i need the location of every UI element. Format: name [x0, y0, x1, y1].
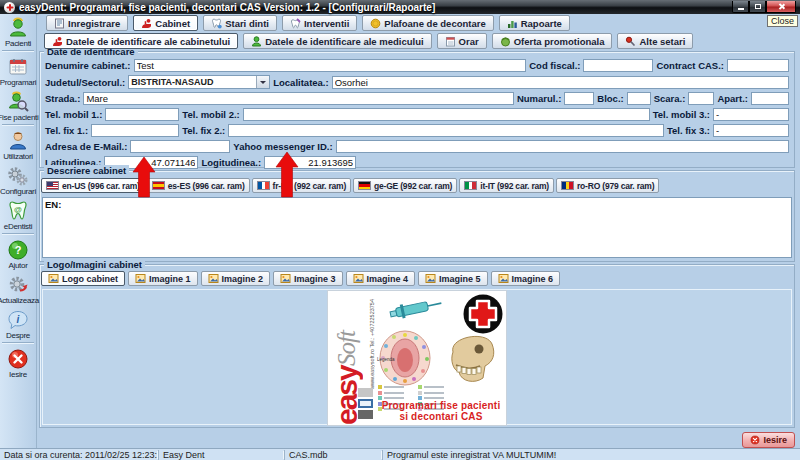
help-icon: ? — [7, 239, 29, 261]
sidebar-item-edentisti[interactable]: @ eDentisti — [0, 197, 36, 232]
localitate-input[interactable] — [332, 76, 789, 89]
cod-fiscal-label: Cod fiscal.: — [529, 60, 580, 71]
form-row-county: Judetul/Sectorul.: BISTRITA-NASAUD Local… — [45, 75, 789, 89]
tab-imagine-4[interactable]: Imagine 4 — [346, 271, 416, 286]
gallery-tab-bar: Logo cabinet Imagine 1 Imagine 2 Imagine… — [41, 271, 560, 286]
scara-label: Scara.: — [654, 93, 686, 104]
longitudine-label: Logitudinea.: — [201, 157, 261, 168]
contract-cas-input[interactable] — [727, 59, 789, 72]
identification-group: Date de identificare Denumire cabinet.: … — [39, 51, 795, 168]
tel-mobil1-label: Tel. mobil 1.: — [45, 109, 102, 120]
judet-value: BISTRITA-NASAUD — [131, 77, 213, 87]
dental-chair-icon — [52, 36, 63, 47]
close-button[interactable] — [766, 1, 796, 13]
tab-date-medic[interactable]: Datele de identificare ale medicului — [243, 33, 431, 49]
window-title: easyDent: Programari, fise pacienti, dec… — [19, 2, 435, 13]
tel-mobil3-input[interactable] — [713, 108, 789, 121]
form-row-coords: Latitudinea.: Logitudinea.: — [45, 156, 789, 169]
main-content: Inregistrare Cabinet Stari dinti Interve… — [37, 14, 800, 448]
strada-input[interactable] — [83, 92, 514, 105]
yahoo-input[interactable] — [336, 140, 789, 153]
tab-imagine-3[interactable]: Imagine 3 — [273, 271, 343, 286]
form-row-street: Strada.: Numarul.: Bloc.: Scara.: Apart.… — [45, 92, 789, 105]
tab-inregistrare[interactable]: Inregistrare — [46, 15, 128, 31]
lang-tab-ge-ge[interactable]: ge-GE (992 car. ram) — [353, 178, 457, 193]
exit-button[interactable]: Iesire — [742, 432, 795, 448]
sidebar-item-iesire[interactable]: Iesire — [0, 345, 36, 380]
judet-label: Judetul/Sectorul.: — [45, 77, 125, 88]
tab-plafoane[interactable]: Plafoane de decontare — [362, 15, 493, 31]
lang-tab-it-it[interactable]: it-IT (992 car. ram) — [459, 178, 554, 193]
form-row-mobile: Tel. mobil 1.: Tel. mobil 2.: Tel. mobil… — [45, 108, 789, 121]
svg-text:?: ? — [15, 244, 22, 256]
tel-fix1-input[interactable] — [91, 124, 179, 137]
window-controls — [732, 1, 796, 13]
sidebar-item-programari[interactable]: Programari — [0, 53, 36, 88]
sidebar-item-configurari[interactable]: Configurari — [0, 162, 36, 197]
bloc-input[interactable] — [627, 92, 651, 105]
sidebar-item-pacienti[interactable]: Pacienti — [0, 14, 36, 49]
description-textarea[interactable]: EN: — [42, 197, 792, 258]
lang-tab-es-es[interactable]: es-ES (996 car. ram) — [147, 178, 250, 193]
longitudine-input[interactable] — [264, 156, 356, 169]
title-bar: easyDent: Programari, fise pacienti, dec… — [0, 0, 800, 14]
email-label: Adresa de E-Mail.: — [45, 141, 127, 152]
close-tooltip: Close — [767, 15, 798, 27]
maximize-button[interactable] — [749, 1, 766, 13]
tab-cabinet[interactable]: Cabinet — [133, 15, 198, 31]
yahoo-label: Yahoo messenger ID.: — [233, 141, 332, 152]
tel-mobil1-input[interactable] — [105, 108, 179, 121]
tab-oferta[interactable]: Oferta promotionala — [492, 33, 613, 49]
patient-search-icon — [7, 91, 29, 113]
lang-tab-ro-ro[interactable]: ro-RO (979 car. ram) — [556, 178, 659, 193]
tab-date-cabinet[interactable]: Datele de identificare ale cabinetului — [44, 33, 238, 49]
sidebar-item-fise-pacienti[interactable]: Fise pacienti — [0, 88, 36, 123]
pushpin-icon — [625, 36, 636, 47]
description-group: Descriere cabinet en-US (996 car. ram) e… — [39, 170, 795, 262]
tab-imagine-5[interactable]: Imagine 5 — [418, 271, 488, 286]
minimize-button[interactable] — [732, 1, 749, 13]
tab-stari-dinti[interactable]: Stari dinti — [203, 15, 277, 31]
minimize-icon — [738, 8, 744, 10]
judet-select[interactable]: BISTRITA-NASAUD — [128, 75, 270, 89]
cod-fiscal-input[interactable] — [583, 59, 653, 72]
bar-chart-icon — [507, 18, 518, 29]
tel-fix3-input[interactable] — [713, 124, 789, 137]
svg-text:@: @ — [14, 205, 22, 214]
tab-imagine-6[interactable]: Imagine 6 — [491, 271, 561, 286]
status-bar: Data si ora curenta: 2011/02/25 12:23:50… — [0, 448, 800, 460]
tab-rapoarte[interactable]: Rapoarte — [499, 15, 570, 31]
tel-fix2-label: Tel. fix 2.: — [182, 125, 225, 136]
main-tab-bar: Inregistrare Cabinet Stari dinti Interve… — [46, 15, 570, 31]
sidebar-item-actualizeaza[interactable]: Actualizeaza — [0, 271, 36, 306]
status-datetime: Data si ora curenta: 2011/02/25 12:23:50 — [0, 450, 158, 460]
tooth-drill-icon — [290, 18, 301, 29]
sidebar-item-despre[interactable]: i Despre — [0, 306, 36, 341]
gallery-group: Logo/Imagini cabinet Logo cabinet Imagin… — [39, 264, 795, 428]
tel-fix2-input[interactable] — [228, 124, 664, 137]
svg-text:i: i — [17, 314, 20, 325]
picture-icon — [280, 273, 291, 284]
sidebar-item-utilizatori[interactable]: Utilizatori — [0, 127, 36, 162]
coin-icon — [370, 18, 381, 29]
tab-imagine-1[interactable]: Imagine 1 — [128, 271, 198, 286]
sidebar-item-ajutor[interactable]: ? Ajutor — [0, 236, 36, 271]
numarul-input[interactable] — [564, 92, 594, 105]
scara-input[interactable] — [688, 92, 714, 105]
tab-alte-setari[interactable]: Alte setari — [617, 33, 693, 49]
tab-orar[interactable]: Orar — [437, 33, 487, 49]
denumire-input[interactable] — [134, 59, 527, 72]
tab-imagine-2[interactable]: Imagine 2 — [201, 271, 271, 286]
lang-tab-fr-fr[interactable]: fr-FR (992 car. ram) — [252, 178, 351, 193]
us-flag-icon — [46, 181, 59, 190]
logo-panel: easy Soft www.easysoft.ro Tel.: +4072252… — [42, 289, 792, 425]
sidebar-divider — [2, 50, 34, 52]
lang-tab-en-us[interactable]: en-US (996 car. ram) — [41, 178, 145, 193]
email-input[interactable] — [130, 140, 230, 153]
apart-input[interactable] — [751, 92, 789, 105]
tel-mobil2-input[interactable] — [243, 108, 650, 121]
tab-interventii[interactable]: Interventii — [282, 15, 357, 31]
promo-icon — [500, 36, 511, 47]
tab-logo-cabinet[interactable]: Logo cabinet — [41, 271, 125, 286]
status-registered: Programul este inregistrat VA MULTUMIM! — [382, 450, 800, 460]
